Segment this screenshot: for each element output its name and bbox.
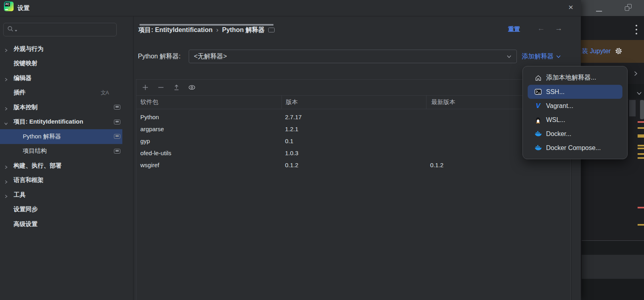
translate-icon: 文A [101, 89, 109, 96]
statusbar-band-2 [582, 279, 644, 300]
stripe-mark-error [638, 207, 644, 208]
back-arrow-icon[interactable]: ← [537, 24, 545, 33]
statusbar-band [582, 241, 644, 255]
chevron-down-icon [4, 120, 8, 127]
sidebar-item-languages-frameworks[interactable]: 语言和框架 [0, 173, 134, 188]
settings-dialog: PC 设置 × 外观与行为 按键映射 编辑器 [0, 0, 581, 300]
pycharm-logo-icon: PC [4, 2, 14, 11]
menu-item-add-local-interpreter[interactable]: 添加本地解释器... [528, 71, 622, 85]
table-row[interactable]: argparse 1.2.1 [136, 124, 570, 136]
project-scope-icon [268, 28, 275, 32]
docker-compose-icon [534, 144, 542, 152]
settings-tree: 外观与行为 按键映射 编辑器 插件 文A 版本控制 项目: EntityIden… [0, 42, 134, 232]
dialog-title: 设置 [18, 4, 30, 12]
stripe-mark-warning [638, 157, 644, 159]
search-icon [7, 26, 14, 34]
notification-banner: 装 Jupyter [581, 40, 644, 63]
stripe-mark-error [638, 121, 644, 123]
gear-icon[interactable] [615, 47, 622, 56]
stripe-mark-warning [638, 224, 644, 226]
chevron-right-icon [4, 105, 8, 112]
menu-item-docker-compose[interactable]: Docker Compose... [528, 141, 622, 155]
breadcrumb: 项目: EntityIdentification › Python 解释器 [138, 23, 275, 37]
breadcrumb-project[interactable]: 项目: EntityIdentification [138, 26, 213, 34]
show-early-releases-eye-button[interactable] [188, 84, 195, 91]
close-icon[interactable]: × [564, 1, 577, 14]
sidebar-item-keymap[interactable]: 按键映射 [0, 56, 134, 71]
install-jupyter-link[interactable]: 装 Jupyter [582, 47, 611, 56]
column-header-package[interactable]: 软件包 [140, 98, 158, 106]
settings-sidebar: 外观与行为 按键映射 编辑器 插件 文A 版本控制 项目: EntityIden… [0, 16, 134, 300]
chevron-right-icon [4, 193, 8, 200]
search-input[interactable] [3, 23, 117, 36]
menu-item-vagrant[interactable]: V Vagrant... [528, 99, 622, 113]
column-divider [426, 96, 427, 109]
column-header-version[interactable]: 版本 [286, 98, 298, 106]
minimize-button[interactable] [596, 11, 602, 12]
project-scope-icon [114, 149, 120, 154]
dialog-titlebar: PC 设置 × [0, 0, 581, 16]
menu-item-wsl[interactable]: WSL... [528, 113, 622, 127]
add-interpreter-menu: 添加本地解释器... SSH... V Vagrant... WSL... [522, 66, 628, 159]
add-interpreter-button[interactable]: 添加解释器 [522, 50, 561, 63]
breadcrumb-page[interactable]: Python 解释器 [222, 26, 265, 34]
home-icon [534, 74, 542, 82]
linux-penguin-icon [534, 116, 542, 124]
chevron-right-icon[interactable] [633, 71, 638, 78]
sidebar-item-tools[interactable]: 工具 [0, 188, 134, 202]
sidebar-item-advanced-settings[interactable]: 高级设置 [0, 217, 134, 232]
packages-table-header: 软件包 版本 最新版本 [136, 96, 570, 109]
upgrade-package-button[interactable] [173, 84, 180, 91]
table-row[interactable]: Python 2.7.17 [136, 112, 570, 124]
column-header-latest[interactable]: 最新版本 [431, 98, 455, 106]
table-row[interactable]: wsgiref 0.1.2 0.1.2 [136, 160, 570, 172]
sidebar-item-project[interactable]: 项目: EntityIdentification [0, 115, 134, 130]
chevron-right-icon [4, 76, 8, 83]
table-row[interactable]: ofed-le-utils 1.0.3 [136, 148, 570, 160]
terminal-icon [534, 88, 542, 96]
stripe-mark-warning [638, 134, 644, 138]
interpreter-select[interactable]: <无解释器> [189, 50, 517, 63]
add-package-button[interactable] [142, 84, 149, 91]
scrollbar-thumb[interactable] [640, 100, 644, 119]
packages-table-body: Python 2.7.17 argparse 1.2.1 gyp 0.1 ofe… [136, 109, 570, 172]
sidebar-item-build-execution-deployment[interactable]: 构建、执行、部署 [0, 158, 134, 173]
stripe-mark-warning [638, 127, 644, 129]
restore-button[interactable] [625, 4, 632, 11]
reset-button[interactable]: 重置 [508, 26, 520, 33]
breadcrumb-separator: › [216, 26, 219, 34]
sidebar-item-plugins[interactable]: 插件 文A [0, 86, 134, 100]
packages-toolbar [136, 80, 570, 96]
chevron-down-icon [556, 55, 561, 58]
sidebar-item-python-interpreter[interactable]: Python 解释器 [0, 129, 122, 144]
interpreter-value: <无解释器> [194, 52, 506, 61]
stripe-mark-warning [638, 148, 644, 149]
remove-package-button[interactable] [157, 84, 164, 91]
sidebar-item-version-control[interactable]: 版本控制 [0, 100, 134, 115]
editor-gutter-block [629, 100, 636, 116]
project-scope-icon [114, 105, 120, 110]
project-scope-icon [114, 134, 120, 139]
stripe-mark-warning [638, 145, 644, 146]
menu-item-docker[interactable]: Docker... [528, 127, 622, 141]
chevron-down-icon [506, 53, 512, 60]
chevron-right-icon [4, 178, 8, 186]
sidebar-item-editor[interactable]: 编辑器 [0, 71, 134, 86]
chevron-down-icon[interactable] [636, 90, 642, 97]
packages-panel: 软件包 版本 最新版本 Python 2.7.17 argparse 1.2.1… [136, 79, 571, 300]
table-row[interactable]: gyp 0.1 [136, 136, 570, 148]
sidebar-item-project-structure[interactable]: 项目结构 [0, 144, 134, 159]
vagrant-icon: V [534, 102, 542, 110]
ide-titlebar [581, 0, 644, 16]
kebab-menu-icon[interactable] [633, 24, 640, 36]
chevron-right-icon [4, 164, 8, 171]
column-divider [281, 96, 282, 109]
toolwindow-band [582, 255, 644, 279]
project-scope-icon [114, 120, 120, 124]
sidebar-item-appearance-behavior[interactable]: 外观与行为 [0, 42, 134, 56]
sidebar-item-settings-sync[interactable]: 设置同步 [0, 202, 134, 217]
menu-item-ssh[interactable]: SSH... [528, 85, 622, 99]
forward-arrow-icon[interactable]: → [555, 24, 562, 33]
chevron-right-icon [4, 47, 8, 54]
search-options-caret-icon [15, 30, 17, 32]
